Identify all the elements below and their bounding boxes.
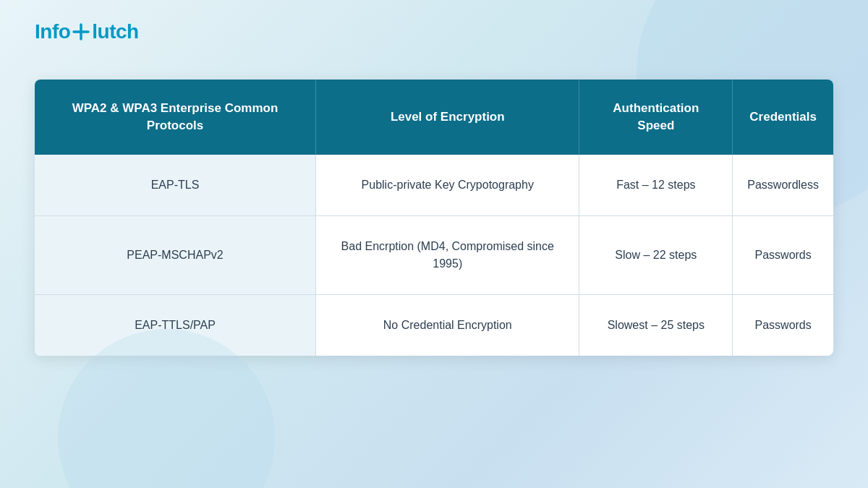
logo-text-part1: Info bbox=[35, 20, 70, 43]
logo-icon bbox=[71, 22, 91, 42]
col-header-protocols: WPA2 & WPA3 Enterprise Common Protocols bbox=[35, 80, 316, 155]
row3-protocol: EAP-TTLS/PAP bbox=[35, 294, 316, 356]
row3-encryption: No Credential Encryption bbox=[316, 294, 579, 356]
row2-speed: Slow – 22 steps bbox=[579, 215, 733, 294]
logo-text-part2: lutch bbox=[92, 20, 138, 43]
row1-speed: Fast – 12 steps bbox=[579, 155, 733, 216]
row2-encryption: Bad Encrption (MD4, Compromised since 19… bbox=[316, 215, 579, 294]
main-content: WPA2 & WPA3 Enterprise Common Protocols … bbox=[35, 80, 833, 459]
table-row: EAP-TTLS/PAP No Credential Encryption Sl… bbox=[35, 294, 833, 356]
row3-credentials: Passwords bbox=[733, 294, 833, 356]
col-header-encryption: Level of Encryption bbox=[316, 80, 579, 155]
row1-encryption: Public-private Key Crypotography bbox=[316, 155, 579, 216]
table-row: PEAP-MSCHAPv2 Bad Encrption (MD4, Compro… bbox=[35, 215, 833, 294]
col-header-credentials: Credentials bbox=[733, 80, 833, 155]
table-header-row: WPA2 & WPA3 Enterprise Common Protocols … bbox=[35, 80, 833, 155]
row2-protocol: PEAP-MSCHAPv2 bbox=[35, 215, 316, 294]
row1-protocol: EAP-TLS bbox=[35, 155, 316, 216]
row3-speed: Slowest – 25 steps bbox=[579, 294, 733, 356]
col-header-speed: Authentication Speed bbox=[579, 80, 733, 155]
logo: Info lutch bbox=[35, 20, 139, 43]
table-row: EAP-TLS Public-private Key Crypotography… bbox=[35, 155, 833, 216]
comparison-table: WPA2 & WPA3 Enterprise Common Protocols … bbox=[35, 80, 833, 356]
row2-credentials: Passwords bbox=[733, 215, 833, 294]
row1-credentials: Passwordless bbox=[733, 155, 833, 216]
